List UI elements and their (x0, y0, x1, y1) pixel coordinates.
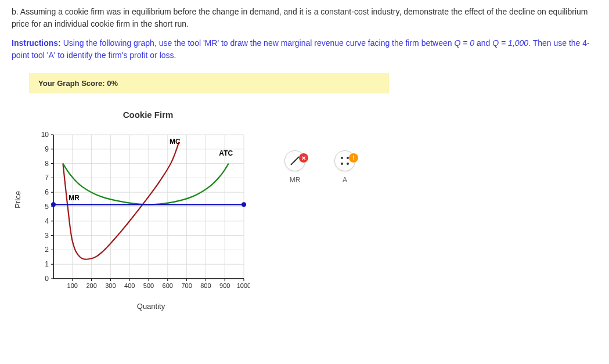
svg-text:ATC: ATC (219, 149, 233, 157)
x-axis-label: Quantity (52, 302, 250, 311)
score-bar: Your Graph Score: 0% (29, 73, 389, 93)
svg-text:1000: 1000 (237, 282, 250, 289)
tool-mr-label: MR (290, 176, 301, 184)
question-body: Assuming a cookie firm was in equilibriu… (12, 7, 588, 28)
svg-text:700: 700 (181, 282, 192, 289)
tool-a-icon: ! (334, 150, 355, 171)
svg-text:900: 900 (219, 282, 230, 289)
question-part: b. (12, 7, 19, 16)
chart-plot[interactable]: 0123456789101002003004005006007008009001… (29, 131, 250, 294)
instructions-label: Instructions: (12, 38, 61, 48)
svg-text:100: 100 (67, 282, 78, 289)
svg-text:MR: MR (69, 194, 80, 202)
tool-a[interactable]: ! A (334, 150, 355, 184)
svg-point-67 (51, 202, 56, 207)
instructions-mid: and (474, 38, 492, 48)
svg-text:500: 500 (143, 282, 154, 289)
svg-point-71 (341, 157, 343, 159)
svg-text:6: 6 (45, 188, 49, 196)
chart-area: Cookie Firm Price 0123456789101002003004… (29, 110, 250, 311)
close-icon: ✕ (299, 153, 308, 163)
tool-palette: ✕ MR ! A (284, 150, 355, 184)
svg-text:1: 1 (45, 260, 49, 268)
svg-text:300: 300 (105, 282, 116, 289)
svg-text:7: 7 (45, 174, 49, 182)
instructions-q0: Q = 0 (454, 38, 474, 48)
tool-mr[interactable]: ✕ MR (284, 150, 305, 184)
svg-text:2: 2 (45, 246, 49, 254)
svg-text:MC: MC (170, 138, 181, 146)
instructions-text-1: Using the following graph, use the tool … (61, 38, 455, 48)
svg-text:0: 0 (45, 275, 49, 283)
tool-a-label: A (343, 176, 347, 184)
svg-text:5: 5 (45, 203, 49, 211)
svg-text:9: 9 (45, 145, 49, 153)
svg-text:200: 200 (86, 282, 96, 289)
y-axis-label: Price (13, 191, 22, 208)
svg-text:4: 4 (45, 217, 49, 225)
question-text: b. Assuming a cookie firm was in equilib… (12, 6, 592, 30)
svg-point-73 (341, 163, 343, 165)
svg-text:8: 8 (45, 160, 49, 168)
chart-title: Cookie Firm (46, 110, 250, 120)
warning-icon: ! (349, 153, 358, 163)
svg-point-68 (242, 202, 246, 207)
svg-text:800: 800 (200, 282, 211, 289)
svg-text:400: 400 (124, 282, 135, 289)
svg-text:600: 600 (163, 282, 173, 289)
svg-point-74 (347, 163, 349, 165)
instructions-q1000: Q = 1,000. (492, 38, 531, 48)
svg-line-70 (291, 157, 299, 165)
tool-mr-icon: ✕ (284, 150, 305, 171)
svg-text:10: 10 (41, 131, 49, 139)
svg-text:3: 3 (45, 232, 49, 240)
instructions: Instructions: Using the following graph,… (12, 37, 592, 62)
